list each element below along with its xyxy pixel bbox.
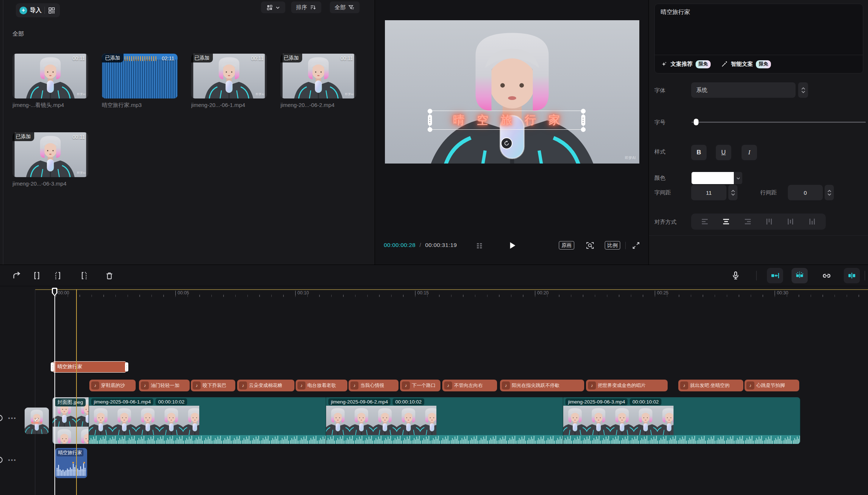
smart-copy-label: 智能文案: [731, 61, 753, 68]
redo-button[interactable]: [10, 270, 22, 281]
lyric-text: 当我心情很: [360, 382, 384, 389]
lyric-text: 电台放着老歌: [307, 382, 336, 389]
bold-button[interactable]: B: [691, 145, 707, 160]
align-vertical-bottom-button[interactable]: [808, 218, 816, 226]
resize-handle-top-right[interactable]: [581, 109, 586, 114]
lyric-clip[interactable]: ♪油门轻轻一加: [139, 380, 190, 391]
audio-track-more-button[interactable]: •••: [8, 457, 17, 463]
fullscreen-icon: [632, 241, 640, 250]
track-toggle-icon[interactable]: [0, 457, 3, 463]
color-dropdown-button[interactable]: [734, 172, 742, 184]
playhead-line[interactable]: [54, 288, 55, 495]
cover-clip[interactable]: 封面图.jpeg: [53, 397, 89, 444]
frame-list-button[interactable]: [475, 242, 483, 250]
slider-thumb[interactable]: [694, 119, 699, 125]
track-toggle-icon[interactable]: [0, 415, 3, 421]
lyric-clip[interactable]: ♪把世界变成金色的唱片: [586, 380, 668, 391]
resize-handle-top-left[interactable]: [428, 109, 432, 114]
view-mode-button[interactable]: [261, 1, 285, 13]
text-content-input[interactable]: 晴空旅行家: [661, 8, 857, 16]
split-button[interactable]: [31, 270, 43, 281]
clip-trim-handle-right[interactable]: [125, 362, 128, 372]
italic-button[interactable]: I: [742, 145, 757, 160]
media-item[interactable]: 已添加 00:11 即梦AI jimeng-20...-06-2.mp4: [281, 54, 357, 108]
chevron-up-icon: [731, 190, 735, 192]
video-clip[interactable]: jimeng-2025-09-06-1.mp4 00:00:10:02: [89, 397, 326, 444]
lyric-clip[interactable]: ♪穿鞋底的沙: [89, 380, 136, 391]
rotate-handle[interactable]: [501, 137, 512, 149]
lyric-clip[interactable]: ♪心跳是节拍脚: [744, 380, 799, 391]
original-quality-button[interactable]: 原画: [559, 241, 574, 250]
lyric-clip[interactable]: ♪咬下乔装巴: [191, 380, 235, 391]
video-clip[interactable]: jimeng-2025-09-06-3.mp4 00:00:10:02: [563, 397, 800, 444]
resize-handle-bottom-right[interactable]: [581, 127, 586, 132]
text-clip-selected[interactable]: 晴空旅行家: [53, 361, 126, 373]
media-thumbnail: 00:11 即梦AI: [12, 54, 88, 98]
duration-label: 00:11: [340, 55, 353, 61]
split-track-button[interactable]: [844, 268, 860, 283]
resize-handle-bottom-left[interactable]: [428, 127, 432, 132]
letter-spacing-input[interactable]: 11: [691, 185, 726, 200]
lyric-clip[interactable]: ♪阳光在指尖跳跃不停歇: [500, 380, 584, 391]
resize-handle-left[interactable]: [428, 115, 432, 126]
preview-zoom-button[interactable]: [586, 241, 594, 250]
text-overlay-selection[interactable]: 晴空旅行家: [429, 111, 583, 130]
delete-button[interactable]: [103, 270, 115, 281]
lyric-clip[interactable]: ♪电台放着老歌: [296, 380, 347, 391]
align-vertical-center-button[interactable]: [786, 218, 794, 226]
qr-import-button[interactable]: [48, 7, 56, 14]
audio-clip[interactable]: 晴空旅行家: [55, 448, 87, 478]
clip-trim-handle-left[interactable]: [51, 362, 54, 372]
magnetic-snap-button[interactable]: [792, 268, 808, 283]
align-left-button[interactable]: [701, 218, 709, 226]
align-right-button[interactable]: [744, 218, 752, 226]
play-button[interactable]: [507, 241, 517, 250]
resize-handle-right[interactable]: [581, 115, 585, 126]
cover-edit-thumbnail[interactable]: 晴空旅行家: [25, 408, 49, 434]
filter-button[interactable]: 全部: [330, 1, 360, 13]
sort-button[interactable]: 排序: [291, 1, 321, 13]
font-size-slider[interactable]: [692, 122, 866, 123]
lyric-clip[interactable]: ♪当我心情很: [349, 380, 399, 391]
line-spacing-input[interactable]: 0: [788, 185, 823, 200]
lyric-clip[interactable]: ♪下一个路口: [400, 380, 440, 391]
video-track-more-button[interactable]: •••: [8, 415, 17, 421]
smart-copy-button[interactable]: 智能文案 限免: [721, 60, 771, 68]
aspect-ratio-button[interactable]: 比例: [605, 241, 620, 250]
media-item[interactable]: 00:11 即梦AI jimeng-...着镜头.mp4: [12, 54, 89, 109]
lyric-note-icon: ♪: [444, 381, 452, 390]
watermark: 即梦AI: [345, 92, 354, 96]
lyric-text: 不管向左向右: [454, 382, 483, 389]
media-item[interactable]: 已添加 02:11 晴空旅行家.mp3: [102, 54, 178, 109]
split-delete-left-button[interactable]: [52, 270, 64, 281]
font-stepper[interactable]: [798, 82, 808, 98]
lyric-clip[interactable]: ♪就出发吧 坐晴空的: [678, 380, 743, 391]
fullscreen-button[interactable]: [632, 241, 640, 250]
chevron-down-icon: [736, 176, 740, 180]
link-clips-button[interactable]: [821, 270, 832, 281]
line-spacing-stepper[interactable]: [825, 185, 834, 200]
filmstrip: [563, 406, 674, 435]
lyric-clip[interactable]: ♪不管向左向右: [442, 380, 497, 391]
auto-snap-button[interactable]: [767, 268, 783, 283]
underline-button[interactable]: U: [716, 145, 731, 160]
import-button[interactable]: + 导入: [16, 7, 42, 14]
color-swatch[interactable]: [692, 172, 734, 184]
align-vertical-top-button[interactable]: [765, 218, 773, 226]
ruler-label: 00:00: [56, 291, 69, 295]
video-clip[interactable]: jimeng-2025-09-06-2.mp4 00:00:10:02: [326, 397, 563, 444]
chevron-down-icon: [827, 193, 832, 196]
split-delete-right-button[interactable]: [78, 270, 90, 281]
align-center-button[interactable]: [722, 218, 730, 226]
media-item[interactable]: 已添加 00:11 即梦AI jimeng-20...-06-1.mp4: [191, 54, 268, 108]
added-badge: 已添加: [281, 54, 302, 62]
media-item[interactable]: 已添加 00:11 即梦AI jimeng-20...-06-3.mp4: [12, 132, 89, 187]
split-right-icon: [79, 271, 89, 280]
copy-suggest-button[interactable]: 文案推荐 限免: [661, 60, 711, 68]
color-picker[interactable]: [692, 172, 742, 184]
font-select[interactable]: 系统: [691, 82, 796, 98]
preview-canvas[interactable]: 即梦AI 晴空旅行家: [385, 20, 639, 164]
record-voiceover-button[interactable]: [730, 270, 742, 281]
letter-spacing-stepper[interactable]: [728, 185, 737, 200]
lyric-clip[interactable]: ♪云朵变成棉花糖: [237, 380, 294, 391]
